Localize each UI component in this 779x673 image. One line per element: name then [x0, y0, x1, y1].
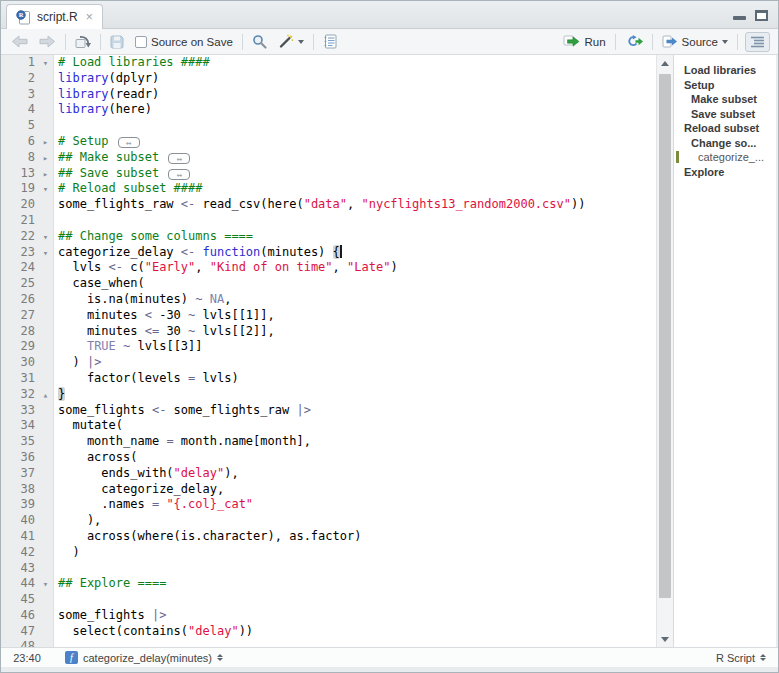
outline-item[interactable]: Make subset [674, 92, 776, 107]
code-line[interactable]: 27 minutes < -30 ~ lvls[[1]], [1, 308, 656, 324]
vertical-scrollbar[interactable] [656, 55, 673, 649]
code-line[interactable]: 8▸## Make subset ↔ [1, 150, 656, 166]
code-text[interactable] [54, 213, 58, 229]
code-text[interactable]: library(readr) [54, 87, 159, 103]
save-button[interactable] [108, 34, 126, 50]
code-line[interactable]: 45 [1, 592, 656, 608]
fold-toggle-icon[interactable]: ▸ [37, 150, 54, 166]
code-line[interactable]: 42 ) [1, 545, 656, 561]
code-text[interactable]: case_when( [54, 276, 145, 292]
code-line[interactable]: 33some_flights <- some_flights_raw |> [1, 403, 656, 419]
fold-toggle-icon[interactable]: ▸ [37, 166, 54, 182]
code-text[interactable]: ) [54, 545, 80, 561]
outline-item[interactable]: Load libraries [674, 63, 776, 78]
code-text[interactable]: # Load libraries #### [54, 55, 210, 71]
document-outline-toggle[interactable] [745, 32, 770, 52]
code-text[interactable]: # Setup ↔ [54, 134, 140, 150]
code-line[interactable]: 5 [1, 118, 656, 134]
code-line[interactable]: 37 ends_with("delay"), [1, 466, 656, 482]
folded-code-pill[interactable]: ↔ [168, 153, 190, 164]
code-text[interactable]: .names = "{.col}_cat" [54, 497, 253, 513]
scrollbar-thumb[interactable] [659, 74, 671, 598]
code-line[interactable]: 41 across(where(is.character), as.factor… [1, 529, 656, 545]
tab-close-icon[interactable]: × [86, 10, 93, 24]
code-line[interactable]: 22▾## Change some columns ==== [1, 229, 656, 245]
code-text[interactable]: some_flights |> [54, 608, 166, 624]
cursor-position[interactable]: 23:40 [1, 652, 53, 664]
code-text[interactable]: # Reload subset #### [54, 181, 203, 197]
code-line[interactable]: 1▾# Load libraries #### [1, 55, 656, 71]
source-on-save-checkbox[interactable] [135, 36, 147, 48]
code-text[interactable]: factor(levels = lvls) [54, 371, 239, 387]
code-text[interactable]: ends_with("delay"), [54, 466, 239, 482]
code-text[interactable]: some_flights_raw <- read_csv(here("data"… [54, 197, 585, 213]
outline-item[interactable]: Save subset [674, 107, 776, 122]
code-line[interactable]: 44▾## Explore ==== [1, 576, 656, 592]
code-text[interactable]: across( [54, 450, 137, 466]
code-text[interactable]: some_flights <- some_flights_raw |> [54, 403, 311, 419]
code-line[interactable]: 34 mutate( [1, 418, 656, 434]
code-line[interactable]: 25 case_when( [1, 276, 656, 292]
code-text[interactable]: ## Change some columns ==== [54, 229, 253, 245]
code-text[interactable]: library(here) [54, 102, 152, 118]
code-text[interactable]: categorize_delay <- function(minutes) { [54, 245, 342, 261]
code-text[interactable]: ) |> [54, 355, 101, 371]
code-text[interactable]: minutes < -30 ~ lvls[[1]], [54, 308, 275, 324]
code-line[interactable]: 35 month_name = month.name[month], [1, 434, 656, 450]
code-text[interactable]: select(contains("delay")) [54, 624, 253, 640]
code-text[interactable] [54, 561, 58, 577]
code-line[interactable]: 13▸## Save subset ↔ [1, 166, 656, 182]
code-line[interactable]: 3library(readr) [1, 87, 656, 103]
code-tools-button[interactable] [276, 33, 306, 50]
file-type-selector[interactable]: R Script [716, 652, 766, 664]
code-text[interactable]: ), [54, 513, 101, 529]
code-line[interactable]: 19▾# Reload subset #### [1, 181, 656, 197]
code-line[interactable]: 39 .names = "{.col}_cat" [1, 497, 656, 513]
code-line[interactable]: 32▴} [1, 387, 656, 403]
find-replace-button[interactable] [250, 33, 269, 50]
code-text[interactable]: TRUE ~ lvls[[3]] [54, 339, 203, 355]
function-scope-selector[interactable]: f categorize_delay(minutes) [65, 651, 223, 664]
code-line[interactable]: 46some_flights |> [1, 608, 656, 624]
code-text[interactable] [54, 118, 58, 134]
code-text[interactable]: minutes <= 30 ~ lvls[[2]], [54, 324, 275, 340]
outline-item[interactable]: categorize_... [674, 150, 776, 165]
code-line[interactable]: 36 across( [1, 450, 656, 466]
code-line[interactable]: 29 TRUE ~ lvls[[3]] [1, 339, 656, 355]
code-line[interactable]: 40 ), [1, 513, 656, 529]
fold-toggle-icon[interactable]: ▾ [37, 229, 54, 245]
code-text[interactable]: ## Explore ==== [54, 576, 166, 592]
outline-item[interactable]: Explore [674, 165, 776, 180]
code-editor[interactable]: 1▾# Load libraries ####2library(dplyr)3l… [1, 55, 656, 649]
fold-toggle-icon[interactable]: ▾ [37, 55, 54, 71]
code-text[interactable]: mutate( [54, 418, 123, 434]
code-line[interactable]: 21 [1, 213, 656, 229]
fold-toggle-icon[interactable]: ▴ [37, 387, 54, 403]
run-button[interactable]: Run [561, 34, 607, 49]
code-text[interactable]: across(where(is.character), as.factor) [54, 529, 361, 545]
code-line[interactable]: 47 select(contains("delay")) [1, 624, 656, 640]
forward-button[interactable] [37, 34, 58, 49]
code-line[interactable]: 4library(here) [1, 102, 656, 118]
tab-script-r[interactable]: R script.R × [6, 4, 103, 29]
code-line[interactable]: 2library(dplyr) [1, 71, 656, 87]
outline-item[interactable]: Reload subset [674, 121, 776, 136]
code-text[interactable] [54, 592, 58, 608]
scroll-down-button[interactable] [657, 631, 673, 647]
show-in-new-window-button[interactable] [73, 34, 93, 50]
fold-toggle-icon[interactable]: ▾ [37, 576, 54, 592]
fold-toggle-icon[interactable]: ▸ [37, 134, 54, 150]
code-line[interactable]: 28 minutes <= 30 ~ lvls[[2]], [1, 324, 656, 340]
code-text[interactable]: lvls <- c("Early", "Kind of on time", "L… [54, 260, 398, 276]
folded-code-pill[interactable]: ↔ [118, 137, 140, 148]
code-line[interactable]: 43 [1, 561, 656, 577]
code-text[interactable]: ## Save subset ↔ [54, 166, 190, 182]
code-text[interactable]: month_name = month.name[month], [54, 434, 311, 450]
fold-toggle-icon[interactable]: ▾ [37, 181, 54, 197]
code-line[interactable]: 20some_flights_raw <- read_csv(here("dat… [1, 197, 656, 213]
compile-report-button[interactable] [321, 33, 339, 50]
source-on-save-toggle[interactable]: Source on Save [133, 35, 235, 49]
rerun-button[interactable] [623, 34, 645, 49]
code-text[interactable]: } [54, 387, 65, 403]
code-line[interactable]: 24 lvls <- c("Early", "Kind of on time",… [1, 260, 656, 276]
